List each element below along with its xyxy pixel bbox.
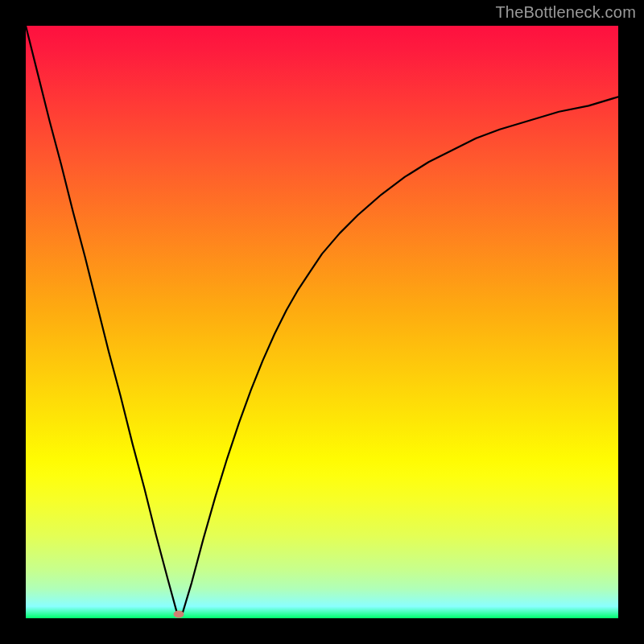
plot-area bbox=[26, 26, 618, 618]
watermark-text: TheBottleneck.com bbox=[495, 3, 636, 22]
optimum-marker bbox=[173, 610, 184, 617]
chart-stage: TheBottleneck.com bbox=[0, 0, 644, 644]
bottleneck-curve bbox=[26, 26, 618, 618]
